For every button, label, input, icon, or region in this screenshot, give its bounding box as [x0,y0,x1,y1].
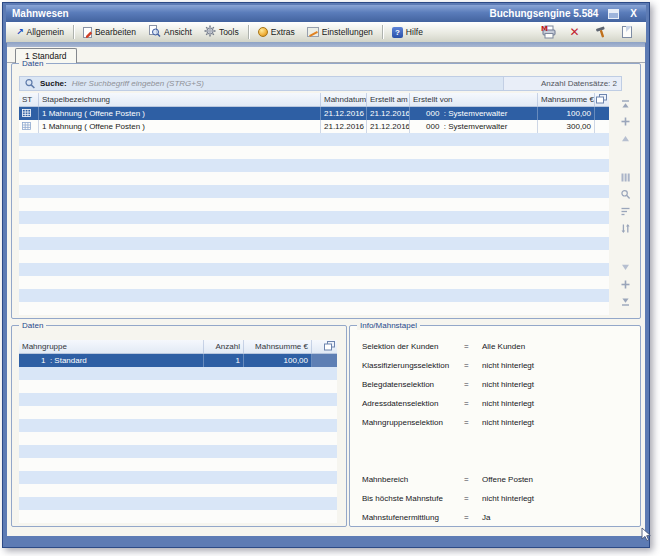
info-row: Klassifizierungsselektion=nicht hinterle… [362,361,634,380]
empty-grid-row [19,172,609,185]
column-chooser-icon [596,94,607,104]
info-value: Offene Posten [482,475,634,484]
info-mahnstapel-group: Info/Mahnstapel Selektion der Kunden=All… [349,325,641,527]
info-value: nicht hinterlegt [482,399,634,408]
group-label: Daten [19,59,46,68]
column-chooser-button[interactable] [312,340,337,353]
gear-icon [204,25,216,39]
move-down-button[interactable] [619,278,632,291]
sort-button[interactable] [619,205,632,218]
anzahl-cell: 1 [204,354,244,367]
step-down-button[interactable] [619,261,632,274]
filter-arrows-icon [620,223,631,234]
table-row[interactable]: 1 Mahnung ( Offene Posten ) 21.12.2016 2… [19,120,609,133]
delete-button[interactable]: ✕ [567,25,582,40]
search-label: Suche: [40,79,67,88]
empty-grid-row [19,276,609,289]
empty-grid-row [19,185,609,198]
window-menu-icon[interactable] [608,9,619,19]
search-input[interactable]: Hier Suchbegriff eingeben (STRG+S) [72,79,503,88]
empty-grid-row [19,458,337,471]
sort-icon [620,206,631,217]
move-up-button[interactable] [619,115,632,128]
title-bar[interactable]: Mahnwesen Buchungsengine 5.584 X [6,5,646,22]
menu-separator [248,25,249,39]
menu-ansicht[interactable]: Ansicht [142,23,198,41]
info-label: Adressdatenselektion [362,399,464,408]
menu-extras[interactable]: Extras [252,25,301,39]
equals-sign: = [464,361,482,370]
col-erstellt-am[interactable]: Erstellt am [367,93,410,106]
empty-grid-row [19,497,337,510]
scroll-top-button[interactable] [619,98,632,111]
stapelbezeichnung-cell: 1 Mahnung ( Offene Posten ) [39,120,321,133]
empty-grid-row [19,471,337,484]
info-label: Mahnstufenermittlung [362,513,464,522]
empty-grid-area[interactable] [19,133,609,315]
info-row: Selektion der Kunden=Alle Kunden [362,342,634,361]
col-st[interactable]: ST [19,93,39,106]
table-row-selected[interactable]: 1 : Standard 1 100,00 [19,354,337,367]
hammer-button[interactable] [593,25,608,40]
new-document-icon [622,26,632,38]
info-row: Mahnstufenermittlung=Ja [362,513,634,532]
info-row: Adressdatenselektion=nicht hinterlegt [362,399,634,418]
client-area: 1 Standard Daten Suche: Hier Suchbegriff… [7,42,645,536]
empty-grid-row [19,237,609,250]
erstellt-am-cell: 21.12.2016 [367,107,410,120]
step-up-button[interactable] [619,132,632,145]
column-chooser-icon [324,341,335,351]
search-icon [24,78,36,89]
menu-tools[interactable]: Tools [198,23,245,41]
col-mahnsumme[interactable]: Mahnsumme € [538,93,595,106]
equals-sign: = [464,380,482,389]
col-stapelbezeichnung[interactable]: Stapelbezeichnung [39,93,321,106]
step-up-icon [620,133,631,144]
info-row: Belegdatenselektion=nicht hinterlegt [362,380,634,399]
col-erstellt-von[interactable]: Erstellt von [410,93,538,106]
column-chooser-button[interactable] [595,93,609,106]
erstellt-von-cell: 000 : Systemverwalter [410,107,538,120]
info-value: nicht hinterlegt [482,361,634,370]
col-mahndatum[interactable]: Mahndatum [321,93,367,106]
record-count-badge: Anzahl Datensätze: 2 [503,77,621,90]
group-label: Info/Mahnstapel [357,321,420,330]
empty-grid-area[interactable] [19,367,337,523]
mahndatum-cell: 21.12.2016 [321,120,367,133]
scroll-top-icon [620,99,631,110]
new-document-button[interactable] [619,25,634,40]
search-bar[interactable]: Suche: Hier Suchbegriff eingeben (STRG+S… [19,76,622,91]
columns-button[interactable] [619,171,632,184]
info-label: Klassifizierungsselektion [362,361,464,370]
empty-grid-row [19,419,337,432]
table-row-selected[interactable]: 1 Mahnung ( Offene Posten ) 21.12.2016 2… [19,107,609,120]
empty-grid-row [19,380,337,393]
close-button[interactable]: X [627,8,640,19]
empty-grid-row [19,432,337,445]
menu-hilfe[interactable]: ? Hilfe [386,25,429,40]
equals-sign: = [464,399,482,408]
empty-grid-row [19,445,337,458]
col-mahnsumme[interactable]: Mahnsumme € [244,340,312,353]
col-mahngruppe[interactable]: Mahngruppe [19,340,204,353]
col-anzahl[interactable]: Anzahl [204,340,244,353]
mouse-cursor [641,527,652,542]
menu-einstellungen[interactable]: Einstellungen [301,25,379,39]
menu-bearbeiten[interactable]: Bearbeiten [77,25,142,40]
filter-button[interactable] [619,222,632,235]
menu-label: Hilfe [406,27,423,37]
info-row: Mahnbereich=Offene Posten [362,475,634,494]
grid-search-button[interactable] [619,188,632,201]
app-version: Buchungsengine 5.584 [489,8,598,19]
grid-icon [22,109,31,117]
info-label: Bis höchste Mahnstufe [362,494,464,503]
print-mahnung-button[interactable]: M [541,25,556,40]
extras-gem-icon [258,27,268,37]
mahngruppe-cell: 1 : Standard [19,354,204,367]
row-type-cell [19,120,39,133]
menu-allgemein[interactable]: ↗ Allgemein [10,25,70,39]
info-label: Selektion der Kunden [362,342,464,351]
mahnsumme-cell: 100,00 [538,107,595,120]
scroll-bottom-button[interactable] [619,295,632,308]
equals-sign: = [464,494,482,503]
